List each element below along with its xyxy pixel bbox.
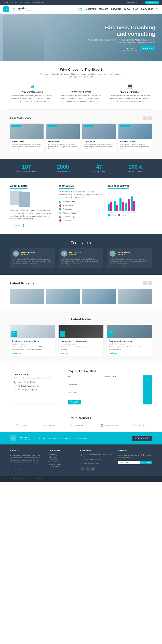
partner-icon-1: ◈	[43, 424, 45, 427]
cta-text: Over 20 years of experience we'll ensure…	[38, 438, 88, 439]
contact-box-subtitle: Please find below contact details and co…	[14, 377, 59, 379]
testimonial-name-0: Mitchel Harward	[20, 252, 35, 254]
footer-service-5[interactable]: Customer Insights	[48, 466, 75, 468]
news-card-1: 16 Jan Improve your business growth by a…	[58, 324, 104, 356]
whatwedo-label: Performance	[63, 208, 72, 210]
stat-consultants: 107 Experienced Consultants	[10, 164, 43, 172]
partner-name-0: COMPANY	[19, 424, 28, 426]
service-desc-4: The moment of choosing some of our enter…	[120, 143, 150, 150]
subscribe-button[interactable]: SUBSCRIBE	[140, 461, 152, 464]
footer-email-item: ✉ Mail@TheExperts.com	[80, 462, 113, 465]
footer-service-2[interactable]: Organization	[48, 459, 75, 460]
learn-more-button[interactable]: LEARN MORE	[122, 46, 138, 50]
whatwedo-label: Business Growth	[63, 201, 76, 203]
footer-facebook-icon[interactable]: f	[80, 467, 84, 471]
chart-group	[131, 196, 135, 211]
nav-about[interactable]: ABOUT US	[86, 8, 96, 10]
bar-cyan	[125, 203, 127, 211]
newsletter-email-input[interactable]	[118, 461, 140, 464]
footer-services-title: Our Services	[48, 450, 75, 452]
read-more-1[interactable]: Read More >	[60, 352, 70, 354]
read-more-0[interactable]: Read More >	[12, 352, 21, 354]
about-images	[10, 190, 54, 208]
service-name-1: Sustainability	[12, 140, 42, 142]
footer-newsletter-title: Newsletter	[118, 450, 152, 452]
project-card-3[interactable]	[118, 289, 152, 304]
partner-1: ◈ Digitalside	[43, 424, 55, 427]
about-col: About Experts We have built an enviable …	[10, 184, 54, 227]
why-item-insights: 💻 Customer Insights We are experts in th…	[108, 84, 152, 103]
footer-twitter-icon[interactable]: t	[86, 467, 90, 471]
services-next-button[interactable]: ›	[148, 116, 152, 120]
whatwedo-label: Sustainability	[63, 204, 73, 206]
form-name-input[interactable]	[68, 378, 103, 382]
footer-service-1[interactable]: Performance	[48, 456, 75, 458]
projects-prev-button[interactable]: ‹	[143, 282, 147, 285]
form-email-input[interactable]	[68, 386, 140, 390]
stat-awards: 47 Winning Awards	[83, 164, 116, 172]
why-analytics-text: We are experts in this industry with ove…	[59, 94, 103, 102]
projects-grid	[10, 289, 152, 304]
about-more-button[interactable]: SHOW MORE	[10, 224, 24, 227]
stat-num-1: 2000	[46, 164, 79, 170]
cta-quote-button[interactable]: REQUEST QUOTE	[132, 436, 152, 440]
get-quote-button[interactable]: GET A QUOTE	[145, 1, 158, 4]
nav-services[interactable]: SERVICES	[99, 8, 108, 10]
social-icons: f t in	[139, 2, 143, 4]
twitter-icon[interactable]: t	[140, 2, 141, 4]
nav-blog[interactable]: BLOG	[124, 8, 130, 10]
service-desc-2: In a consulting performance deemed to be…	[48, 143, 78, 150]
nav-contact[interactable]: CONTACT US	[141, 8, 153, 10]
contact-section: Contact Details Please find below contac…	[0, 363, 162, 411]
form-inquiry-input[interactable]	[68, 394, 140, 398]
footer-google-icon[interactable]: g+	[91, 467, 95, 471]
services-prev-button[interactable]: ‹	[143, 116, 147, 120]
read-more-2[interactable]: Read More >	[109, 352, 118, 354]
testimonial-avatar-0: M	[13, 250, 19, 256]
bar-pink	[133, 201, 135, 211]
linkedin-icon[interactable]: in	[142, 2, 144, 4]
facebook-icon[interactable]: f	[139, 2, 140, 4]
service-img-4: SERVICE #4	[118, 124, 152, 139]
chart-group	[120, 198, 124, 211]
news-meta-0: by admin | 0 Comment	[12, 343, 53, 345]
nav-projects[interactable]: PROJECTS	[111, 8, 121, 10]
search-icon[interactable]: 🔍	[156, 8, 158, 10]
form-inquiry-group: Inquiry About	[68, 392, 140, 398]
testimonial-info-0: Mitchel Harward ★★★★★	[20, 252, 35, 256]
why-analytics-title: Advanced Analytics	[59, 90, 103, 93]
submit-button[interactable]: SUBMIT	[68, 400, 81, 404]
why-grid: 🖥 Why Our Consulting We are experts in t…	[10, 84, 152, 103]
testimonial-stars-2: ★★★★★	[117, 254, 130, 256]
footer-newsletter-text: Sign up today to get access, we will als…	[118, 454, 152, 459]
footer-phone-item: 📞 Phone: +1 (456) 415 1587	[80, 459, 113, 461]
project-card-0[interactable]	[10, 289, 44, 304]
news-meta-1: by admin | 0 Comment	[60, 343, 102, 345]
chart-col: Business Growth 20122013201420152016 Rev…	[108, 184, 152, 227]
footer-service-4[interactable]: Advanced Analytics	[48, 464, 75, 465]
footer-service-3[interactable]: Business Growth	[48, 461, 75, 463]
services-grid: SERVICE #1 Sustainability When it comes …	[10, 124, 152, 152]
project-card-1[interactable]	[46, 289, 80, 304]
service-card-sustainability: SERVICE #1 Sustainability When it comes …	[10, 124, 44, 152]
projects-section: Latest Projects ‹ ›	[0, 275, 162, 310]
nav-home[interactable]: HOME	[78, 8, 83, 10]
cta-banner: ★ The Experts REAL ESTATE AGENCY Over 20…	[0, 432, 162, 444]
about-img-2	[18, 192, 30, 206]
whatwedo-label: Advanced Analytics	[63, 212, 78, 214]
cta-left: ★ The Experts REAL ESTATE AGENCY Over 20…	[10, 435, 88, 442]
contact-us-hero-button[interactable]: CONTACT US	[140, 46, 155, 50]
testimonial-info-1: Beolly Russel ★★★★★	[69, 252, 81, 256]
project-card-2[interactable]	[82, 289, 116, 304]
whatwedo-label: Customer Insights	[63, 216, 76, 218]
footer-service-0[interactable]: Sustainability	[48, 454, 75, 456]
stat-num-3: 100%	[119, 164, 152, 170]
service-badge-4: SERVICE #4	[120, 125, 130, 127]
callback-title: Request For Call Back	[68, 370, 152, 373]
partner-icon-3: 🏠	[100, 424, 104, 427]
projects-next-button[interactable]: ›	[148, 282, 152, 285]
why-subtitle: We are experts in this industry with ove…	[39, 73, 123, 78]
nav-shop[interactable]: SHOP	[133, 8, 138, 10]
chart-bars	[108, 192, 152, 211]
footer-about-more-button[interactable]: ABOUT ME >	[10, 468, 23, 471]
